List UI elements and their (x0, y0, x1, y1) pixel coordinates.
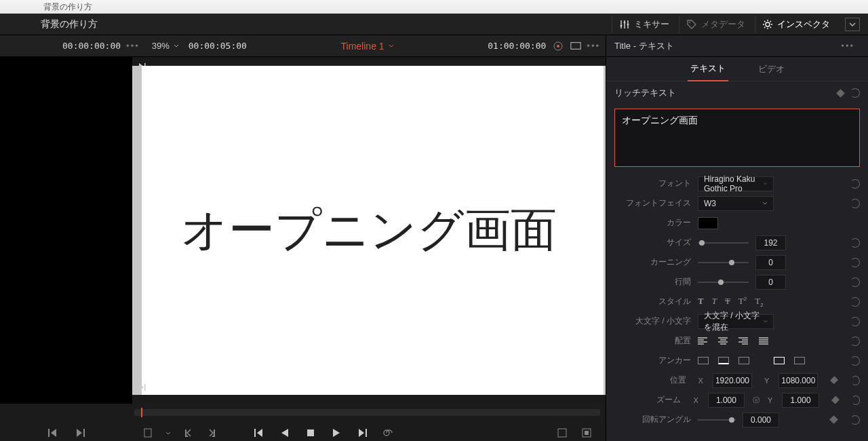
kerning-value[interactable]: 0 (755, 255, 786, 270)
font-select[interactable]: Hiragino Kaku Gothic Pro (698, 176, 774, 191)
stop-icon[interactable] (305, 427, 316, 438)
svg-point-6 (557, 45, 559, 47)
source-viewer (0, 57, 132, 441)
align-right-icon[interactable] (738, 337, 748, 345)
next-clip-icon[interactable] (75, 427, 85, 438)
color-swatch[interactable] (698, 217, 718, 229)
mark-clip-icon[interactable] (581, 427, 592, 438)
size-value[interactable]: 192 (755, 235, 786, 250)
bypass-color-icon[interactable] (553, 41, 564, 52)
keyframe-icon[interactable] (831, 396, 840, 404)
case-select[interactable]: 大文字 / 小文字を混在 (698, 314, 774, 329)
scrub-bar[interactable] (134, 409, 600, 416)
tab-text[interactable]: テキスト (688, 57, 728, 81)
reset-icon[interactable] (850, 297, 860, 307)
anchor-tc-icon[interactable] (718, 357, 729, 364)
align-center-icon[interactable] (718, 337, 728, 345)
strikethrough-icon[interactable]: T (725, 296, 730, 308)
rotation-slider[interactable] (698, 419, 736, 421)
svg-rect-12 (144, 429, 151, 437)
keyframe-icon[interactable] (830, 376, 838, 384)
superscript-icon[interactable]: T2 (738, 296, 747, 308)
inspector-panel: Title - テキスト ••• テキスト ビデオ リッチテキスト フォント H… (606, 35, 868, 441)
reset-icon[interactable] (850, 277, 860, 287)
reset-icon[interactable] (850, 415, 860, 425)
zoom-control[interactable]: 39% (145, 41, 186, 51)
display-mode-icon[interactable] (570, 41, 581, 52)
leading-value[interactable]: 0 (755, 275, 786, 290)
chevron-down-icon (174, 44, 179, 47)
position-y[interactable]: 1080.000 (778, 373, 818, 388)
anchor-tl-icon[interactable] (698, 357, 709, 364)
reset-icon[interactable] (850, 356, 860, 366)
bold-icon[interactable]: T (698, 296, 704, 308)
reset-icon[interactable] (850, 88, 860, 98)
first-frame-icon[interactable] (254, 427, 264, 438)
reset-icon[interactable] (850, 199, 860, 208)
reset-icon[interactable] (850, 238, 860, 248)
step-forward-icon[interactable] (138, 383, 146, 391)
marker-icon[interactable] (142, 427, 153, 438)
anchor-tr-icon[interactable] (738, 357, 749, 364)
last-frame-icon[interactable] (357, 427, 368, 438)
keyframe-icon[interactable] (836, 89, 845, 98)
expand-button[interactable] (845, 18, 860, 31)
align-justify-icon[interactable] (759, 337, 768, 345)
position-x[interactable]: 1920.000 (713, 373, 752, 388)
source-options[interactable]: ••• (121, 41, 145, 51)
anchor-ml-icon[interactable] (774, 357, 785, 364)
rotation-value[interactable]: 0.000 (743, 413, 779, 427)
size-slider[interactable] (698, 242, 749, 244)
loop-icon[interactable] (382, 427, 393, 438)
reset-icon[interactable] (850, 317, 860, 326)
link-icon[interactable]: ⦾ (753, 395, 760, 406)
program-viewer[interactable]: オープニング画面 (132, 66, 606, 395)
text-input[interactable] (614, 109, 860, 167)
mixer-button[interactable]: ミキサー (612, 16, 676, 33)
align-left-icon[interactable] (698, 337, 707, 345)
out-point-icon[interactable] (206, 427, 217, 438)
metadata-button[interactable]: メタデータ (679, 16, 752, 33)
subscript-icon[interactable]: T2 (755, 296, 763, 308)
viewer-options[interactable]: ••• (581, 41, 606, 51)
leading-slider[interactable] (698, 282, 749, 283)
prev-clip-icon[interactable] (47, 427, 58, 438)
tab-video[interactable]: ビデオ (755, 58, 787, 81)
zoom-x[interactable]: 1.000 (708, 393, 745, 408)
tag-icon (686, 19, 697, 30)
anchor-mr-icon[interactable] (794, 357, 805, 364)
chevron-down-icon[interactable] (165, 432, 171, 435)
keyframe-icon[interactable] (829, 415, 838, 424)
reset-icon[interactable] (852, 396, 860, 405)
kerning-slider[interactable] (698, 262, 749, 263)
svg-rect-14 (307, 429, 314, 436)
font-face-select[interactable]: W3 (698, 196, 774, 211)
play-icon[interactable] (331, 427, 342, 438)
transport-controls (0, 404, 606, 441)
inspector-button[interactable]: インスペクタ (755, 16, 837, 33)
zoom-y[interactable]: 1.000 (782, 393, 818, 408)
project-name: 背景の作り方 (41, 18, 98, 31)
svg-rect-18 (585, 431, 589, 435)
italic-icon[interactable]: T (712, 296, 717, 308)
timecode-position[interactable]: 01:00:00:00 (488, 41, 546, 51)
reset-icon[interactable] (850, 179, 860, 189)
reset-icon[interactable] (850, 258, 860, 267)
play-reverse-icon[interactable] (279, 427, 290, 438)
timecode-duration[interactable]: 00:00:05:00 (189, 41, 247, 51)
timecode-in[interactable]: 00:00:00:00 (62, 41, 121, 51)
inspector-options[interactable]: ••• (835, 41, 860, 51)
playhead[interactable] (141, 408, 142, 417)
reset-icon[interactable] (851, 376, 860, 385)
inspector-title: Title - テキスト (614, 40, 674, 52)
match-frame-icon[interactable] (557, 427, 568, 438)
svg-rect-7 (571, 43, 580, 50)
inspector-tabs: テキスト ビデオ (606, 57, 868, 81)
svg-rect-9 (144, 384, 146, 391)
svg-rect-11 (83, 429, 85, 437)
reset-icon[interactable] (850, 337, 860, 346)
in-point-icon[interactable] (183, 427, 194, 438)
svg-point-2 (627, 23, 629, 25)
chevron-down-icon (849, 22, 856, 26)
timeline-selector[interactable]: Timeline 1 (341, 41, 394, 52)
